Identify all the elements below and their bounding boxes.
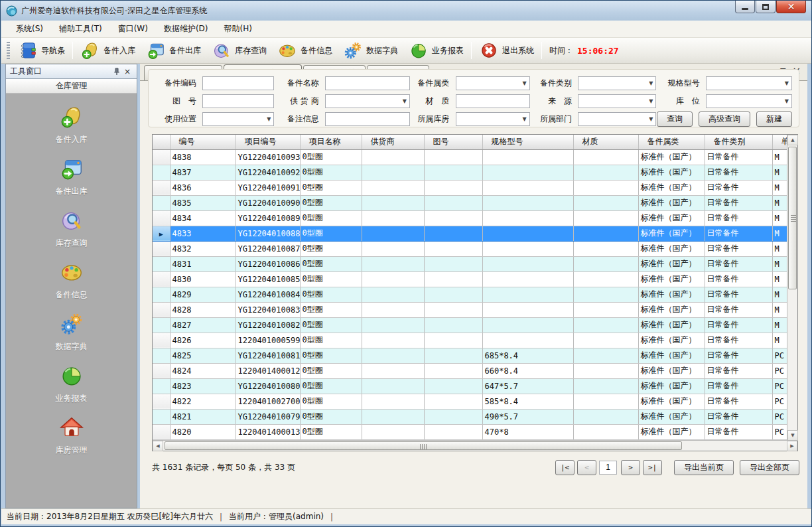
table-row[interactable]: 482212204010027000型圈585*8.4标准件（国产）日常备件PC <box>153 394 787 409</box>
table-row[interactable]: 4832YG122040100870型圈标准件（国产）日常备件M <box>153 241 787 256</box>
horizontal-scroll-thumb[interactable] <box>165 441 682 450</box>
search-combobox-2-2[interactable]: ▼ <box>456 112 530 126</box>
cell <box>482 165 573 180</box>
search-combobox-0-3[interactable]: ▼ <box>578 76 656 90</box>
search-combobox-1-4[interactable]: ▼ <box>706 94 792 108</box>
search-input-1-2[interactable] <box>456 94 530 108</box>
table-row[interactable]: 4838YG122040100930型圈标准件（国产）日常备件M <box>153 149 787 165</box>
column-header-7[interactable]: 备件属类 <box>638 135 705 149</box>
cell: M <box>772 165 787 180</box>
maximize-button[interactable] <box>756 1 776 13</box>
new-button[interactable]: 新建 <box>756 112 792 127</box>
table-row[interactable]: 4834YG122040100890型圈标准件（国产）日常备件M <box>153 210 787 226</box>
toolbar-button-navbar[interactable]: 导航条 <box>13 38 70 62</box>
minimize-button[interactable] <box>735 1 755 13</box>
cell: 标准件（国产） <box>638 378 705 394</box>
export-all-pages-button[interactable]: 导出全部页 <box>740 460 799 475</box>
menu-item-1[interactable]: 辅助工具(T) <box>51 21 110 37</box>
menu-item-4[interactable]: 帮助(H) <box>216 21 260 37</box>
export-current-page-button[interactable]: 导出当前页 <box>674 460 734 475</box>
column-header-1[interactable]: 项目编号 <box>236 135 300 149</box>
column-header-0[interactable]: 编号 <box>170 135 236 149</box>
toolbar-button-spare-info[interactable]: 备件信息 <box>272 38 338 62</box>
search-combobox-2-0[interactable]: ▼ <box>202 112 274 126</box>
table-row[interactable]: 4830YG122040100850型圈标准件（国产）日常备件M <box>153 271 787 287</box>
table-row[interactable]: 482012204014000130型圈470*8标准件（国产）日常备件PC <box>153 424 787 439</box>
search-input-0-0[interactable] <box>202 76 274 90</box>
menu-item-2[interactable]: 窗口(W) <box>110 21 156 37</box>
table-row[interactable]: 4825YG122040100810型圈685*8.4标准件（国产）日常备件PC <box>153 348 787 363</box>
sidebar-item-warehouse[interactable]: 库房管理 <box>32 415 111 456</box>
toolbar-button-data-dict[interactable]: 数据字典 <box>338 38 403 62</box>
panel-close-icon[interactable]: × <box>122 66 133 77</box>
vertical-scroll-thumb[interactable] <box>788 147 797 289</box>
table-row-selected[interactable]: ▶4833YG122040100880型圈标准件（国产）日常备件M <box>153 226 787 241</box>
close-button[interactable]: ✕ <box>776 1 806 13</box>
column-header-3[interactable]: 供货商 <box>362 135 424 149</box>
search-combobox-0-2[interactable]: ▼ <box>456 76 530 90</box>
search-combobox-0-4[interactable]: ▼ <box>706 76 792 90</box>
cell: 490*5.7 <box>482 409 573 424</box>
toolbar-button-stock-query[interactable]: 库存查询 <box>206 38 272 62</box>
sidebar-item-spare-info[interactable]: 备件信息 <box>32 260 111 301</box>
sidebar-item-spare-out[interactable]: 备件出库 <box>32 156 111 197</box>
table-row[interactable]: 4829YG122040100840型圈标准件（国产）日常备件M <box>153 287 787 302</box>
table-row[interactable]: 4835YG122040100900型圈标准件（国产）日常备件M <box>153 195 787 210</box>
toolbar-button-report[interactable]: 业务报表 <box>403 38 469 62</box>
toolbar-button-spare-in[interactable]: 备件入库 <box>75 38 141 62</box>
query-button[interactable]: 查询 <box>657 112 693 127</box>
scroll-down-icon[interactable]: ▼ <box>787 430 798 441</box>
table-row[interactable]: 4837YG122040100920型圈标准件（国产）日常备件M <box>153 165 787 180</box>
column-header-5[interactable]: 规格型号 <box>482 135 573 149</box>
search-input-2-1[interactable] <box>325 112 410 126</box>
prev-page-button[interactable]: < <box>577 460 596 475</box>
column-header-2[interactable]: 项目名称 <box>300 135 362 149</box>
table-row[interactable]: 482612204010005990型圈标准件（国产）日常备件M <box>153 333 787 348</box>
table-row[interactable]: 482412204014000120型圈660*8.4标准件（国产）日常备件PC <box>153 363 787 378</box>
column-header-4[interactable]: 图号 <box>424 135 482 149</box>
scroll-left-icon[interactable]: ◀ <box>153 441 163 451</box>
sidebar-item-data-dict[interactable]: 数据字典 <box>32 311 111 352</box>
column-header-6[interactable]: 材质 <box>573 135 638 149</box>
search-input-0-1[interactable] <box>325 76 410 90</box>
toolbar-button-exit[interactable]: 退出系统 <box>474 38 539 62</box>
sidebar-item-stock-query[interactable]: 库存查询 <box>32 208 111 249</box>
table-row[interactable]: 4828YG122040100830型圈标准件（国产）日常备件M <box>153 302 787 317</box>
next-page-button[interactable]: > <box>621 460 640 475</box>
menu-item-0[interactable]: 系统(S) <box>8 21 51 37</box>
vertical-scrollbar[interactable]: ▲ ▼ <box>787 135 797 441</box>
table-row[interactable]: 4821YG122040100790型圈490*5.7标准件（国产）日常备件PC <box>153 409 787 424</box>
table-row[interactable]: 4823YG122040100800型圈647*5.7标准件（国产）日常备件PC <box>153 378 787 394</box>
cell: 日常备件 <box>705 409 772 424</box>
cell: 4824 <box>170 363 236 378</box>
column-header-8[interactable]: 备件类别 <box>705 135 772 149</box>
sidebar-item-label: 业务报表 <box>56 393 88 404</box>
page-number-input[interactable] <box>599 461 617 475</box>
sidebar-item-spare-in[interactable]: 备件入库 <box>32 104 111 145</box>
last-page-button[interactable]: >| <box>643 460 662 475</box>
pin-icon[interactable] <box>111 66 122 77</box>
column-header-9[interactable]: 单位 <box>772 135 787 149</box>
cell <box>573 256 638 271</box>
search-combobox-2-3[interactable]: ▼ <box>578 112 656 126</box>
advanced-query-button[interactable]: 高级查询 <box>699 112 750 127</box>
cell: 1220401400012 <box>236 363 300 378</box>
toolbar-button-spare-out[interactable]: 备件出库 <box>141 38 206 62</box>
scroll-up-icon[interactable]: ▲ <box>787 135 798 145</box>
cell: 日常备件 <box>705 180 772 195</box>
cell: 1220401400013 <box>236 424 300 439</box>
sidebar-item-report[interactable]: 业务报表 <box>32 363 111 404</box>
search-combobox-1-1[interactable]: ▼ <box>325 94 410 108</box>
horizontal-scrollbar[interactable]: ◀ ▶ <box>153 440 797 451</box>
menu-item-3[interactable]: 数据维护(D) <box>156 21 216 37</box>
table-row[interactable]: 4836YG122040100910型圈标准件（国产）日常备件M <box>153 180 787 195</box>
scroll-right-icon[interactable]: ▶ <box>787 441 797 451</box>
table-row[interactable]: 4831YG122040100860型圈标准件（国产）日常备件M <box>153 256 787 271</box>
cell <box>424 149 482 165</box>
search-combobox-1-3[interactable]: ▼ <box>578 94 656 108</box>
sidebar-item-label: 备件信息 <box>56 289 88 301</box>
table-row[interactable]: 4827YG122040100820型圈标准件（国产）日常备件M <box>153 317 787 333</box>
first-page-button[interactable]: |< <box>555 460 575 475</box>
search-input-1-0[interactable] <box>202 94 274 108</box>
cell: 4823 <box>170 378 236 394</box>
